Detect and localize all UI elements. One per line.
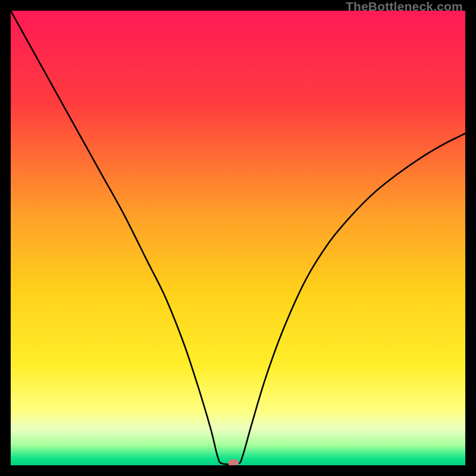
chart-container: TheBottleneck.com	[0, 0, 476, 476]
plot-area	[11, 11, 465, 465]
curve-layer	[11, 11, 465, 465]
optimal-point-marker	[228, 459, 239, 466]
bottleneck-curve	[11, 11, 465, 464]
watermark-text: TheBottleneck.com	[346, 0, 463, 13]
